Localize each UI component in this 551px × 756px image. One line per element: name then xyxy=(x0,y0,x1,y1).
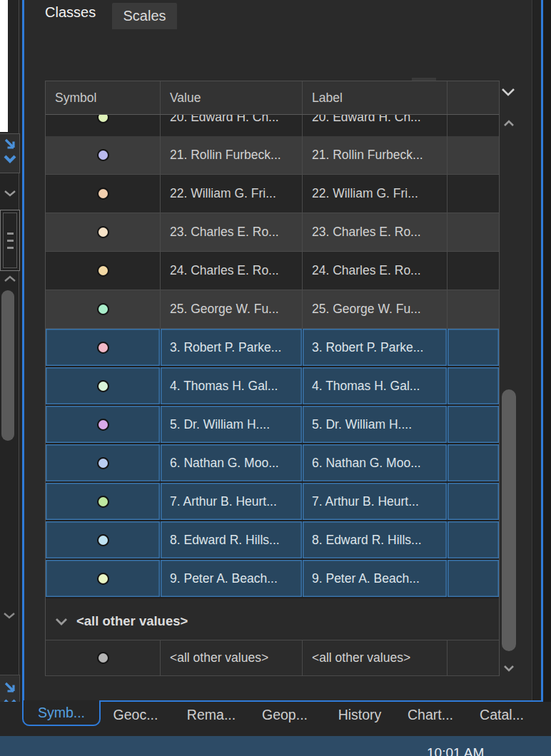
value-cell[interactable]: 21. Rollin Furbeck... xyxy=(161,136,303,174)
table-header-row: Symbol Value Label xyxy=(46,81,499,115)
chevron-down-icon[interactable] xyxy=(4,190,16,197)
dock-collapse-button[interactable] xyxy=(0,133,20,173)
table-row[interactable]: 23. Charles E. Ro... 23. Charles E. Ro..… xyxy=(46,213,499,252)
value-cell[interactable]: 5. Dr. William H.... xyxy=(161,406,303,443)
symbol-dot[interactable] xyxy=(97,573,109,585)
symbol-dot[interactable] xyxy=(97,115,109,123)
symbol-dot[interactable] xyxy=(97,342,109,354)
column-header-label: Label xyxy=(303,81,448,114)
right-gutter xyxy=(533,0,541,700)
value-cell[interactable]: 8. Edward R. Hills... xyxy=(161,521,303,558)
pane-tab-geoprocessing[interactable]: Geop... xyxy=(256,705,313,725)
legend-patch-box[interactable] xyxy=(0,210,20,271)
value-cell[interactable]: 4. Thomas H. Gal... xyxy=(161,367,303,404)
extra-cell xyxy=(448,175,499,213)
label-cell[interactable]: 25. George W. Fu... xyxy=(303,290,448,328)
value-cell[interactable]: 22. William G. Fri... xyxy=(161,175,303,213)
value-cell[interactable]: 6. Nathan G. Moo... xyxy=(161,444,303,481)
table-row-selected[interactable]: 3. Robert P. Parke... 3. Robert P. Parke… xyxy=(46,329,499,367)
tab-classes[interactable]: Classes xyxy=(45,4,96,21)
chevron-down-icon xyxy=(501,88,515,96)
extra-cell xyxy=(448,367,499,404)
scroll-down-icon[interactable] xyxy=(503,665,515,672)
symbol-dot[interactable] xyxy=(97,457,109,469)
symbol-dot[interactable] xyxy=(97,380,109,392)
label-cell[interactable]: 24. Charles E. Ro... xyxy=(303,252,448,290)
left-dock-strip xyxy=(0,0,22,756)
pane-tab-symbology[interactable]: Symb... xyxy=(22,700,101,726)
table-row-partial[interactable]: 20. Edward H. Ch... 20. Edward H. Ch... xyxy=(46,115,499,136)
value-cell[interactable]: 20. Edward H. Ch... xyxy=(161,115,303,136)
table-row-selected[interactable]: 7. Arthur B. Heurt... 7. Arthur B. Heurt… xyxy=(46,483,499,521)
symbol-dot[interactable] xyxy=(97,265,109,277)
symbology-pane: Classes Scales xyxy=(24,0,532,700)
table-row-selected[interactable]: 5. Dr. William H.... 5. Dr. William H...… xyxy=(46,406,499,444)
label-cell[interactable]: 8. Edward R. Hills... xyxy=(303,521,448,558)
label-cell[interactable]: 5. Dr. William H.... xyxy=(303,406,448,443)
value-cell[interactable]: <all other values> xyxy=(161,640,303,675)
chevron-up-icon[interactable] xyxy=(4,275,16,282)
label-cell[interactable]: 20. Edward H. Ch... xyxy=(303,115,448,136)
label-cell[interactable]: 4. Thomas H. Gal... xyxy=(303,367,448,404)
classes-toolbar: More xyxy=(24,37,532,71)
value-cell[interactable]: 25. George W. Fu... xyxy=(161,290,303,328)
pane-tab-geocoding[interactable]: Geoc... xyxy=(107,705,164,725)
table-row[interactable]: 22. William G. Fri... 22. William G. Fri… xyxy=(46,175,499,213)
symbol-dot[interactable] xyxy=(97,419,109,431)
scroll-up-icon[interactable] xyxy=(503,120,515,127)
label-cell[interactable]: 3. Robert P. Parke... xyxy=(303,329,448,366)
symbol-dot[interactable] xyxy=(97,652,109,664)
extra-cell xyxy=(448,136,499,174)
active-pane-border-right xyxy=(541,0,543,702)
extra-cell xyxy=(448,483,499,520)
chevron-down-icon[interactable] xyxy=(3,612,16,619)
classes-table: Symbol Value Label 20. Edward H. Ch... 2… xyxy=(45,81,500,676)
table-scrollbar[interactable] xyxy=(501,114,518,679)
table-row[interactable]: 24. Charles E. Ro... 24. Charles E. Ro..… xyxy=(46,252,499,290)
value-cell[interactable]: 23. Charles E. Ro... xyxy=(161,213,303,251)
label-cell[interactable]: 7. Arthur B. Heurt... xyxy=(303,483,448,520)
value-cell[interactable]: 3. Robert P. Parke... xyxy=(161,329,303,366)
adjacent-white-panel xyxy=(0,0,8,132)
table-row[interactable]: 21. Rollin Furbeck... 21. Rollin Furbeck… xyxy=(46,136,499,175)
all-other-values-group-header[interactable]: <all other values> xyxy=(46,603,499,640)
scrollbar-thumb[interactable] xyxy=(502,389,516,651)
label-cell[interactable]: 23. Charles E. Ro... xyxy=(303,213,448,251)
value-cell[interactable]: 24. Charles E. Ro... xyxy=(161,252,303,290)
symbol-dot[interactable] xyxy=(97,496,109,508)
panel-edge-divider xyxy=(19,0,19,729)
classes-scales-tabbar: Classes Scales xyxy=(24,0,532,30)
extra-cell xyxy=(448,252,499,290)
label-cell[interactable]: 9. Peter A. Beach... xyxy=(303,560,448,597)
label-cell[interactable]: 6. Nathan G. Moo... xyxy=(303,444,448,481)
table-row-selected[interactable]: 6. Nathan G. Moo... 6. Nathan G. Moo... xyxy=(46,444,499,483)
table-row-selected[interactable]: 9. Peter A. Beach... 9. Peter A. Beach..… xyxy=(46,560,499,598)
column-header-value: Value xyxy=(161,81,303,114)
table-row-selected[interactable]: 8. Edward R. Hills... 8. Edward R. Hills… xyxy=(46,521,499,560)
table-row-all-other-values[interactable]: <all other values> <all other values> xyxy=(46,640,499,676)
label-cell[interactable]: 22. William G. Fri... xyxy=(303,175,448,213)
tab-scales[interactable]: Scales xyxy=(112,3,177,29)
pane-tab-chart[interactable]: Chart... xyxy=(402,705,459,725)
table-row-selected[interactable]: 4. Thomas H. Gal... 4. Thomas H. Gal... xyxy=(46,367,499,406)
extra-cell xyxy=(448,521,499,558)
extra-cell xyxy=(448,560,499,597)
symbol-dot[interactable] xyxy=(97,303,109,315)
symbol-dot[interactable] xyxy=(97,188,109,200)
table-row[interactable]: 25. George W. Fu... 25. George W. Fu... xyxy=(46,290,499,329)
pane-tab-catalog[interactable]: Catal... xyxy=(473,705,530,725)
pane-tab-remap[interactable]: Rema... xyxy=(183,705,240,725)
symbol-dot[interactable] xyxy=(97,534,109,546)
symbol-dot[interactable] xyxy=(97,149,109,161)
taskbar-clock[interactable]: 10:01 AM xyxy=(427,745,484,756)
extra-cell xyxy=(448,640,499,675)
symbol-dot[interactable] xyxy=(97,226,109,238)
value-cell[interactable]: 9. Peter A. Beach... xyxy=(161,560,303,597)
strip-scrollbar-thumb[interactable] xyxy=(1,290,14,441)
label-cell[interactable]: <all other values> xyxy=(303,640,448,675)
pane-tab-history[interactable]: History xyxy=(331,705,388,725)
chevron-down-icon[interactable] xyxy=(55,618,68,625)
label-cell[interactable]: 21. Rollin Furbeck... xyxy=(303,136,448,174)
value-cell[interactable]: 7. Arthur B. Heurt... xyxy=(161,483,303,520)
extra-cell xyxy=(448,213,499,251)
